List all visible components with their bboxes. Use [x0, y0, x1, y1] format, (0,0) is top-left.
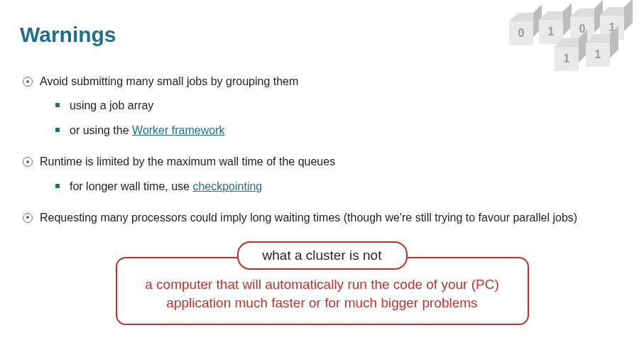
- bullet-list: Avoid submitting many small jobs by grou…: [20, 74, 624, 226]
- list-item-text: Requesting many processors could imply l…: [40, 212, 577, 224]
- sub-list: for longer wall time, use checkpointing: [40, 179, 624, 194]
- list-item: Avoid submitting many small jobs by grou…: [23, 74, 624, 138]
- worker-framework-link[interactable]: Worker framework: [132, 124, 224, 136]
- list-item: Runtime is limited by the maximum wall t…: [23, 154, 624, 194]
- sub-list-item: using a job array: [55, 98, 624, 114]
- callout-label: what a cluster is not: [237, 241, 408, 270]
- callout: what a cluster is not a computer that wi…: [116, 241, 529, 324]
- list-item: Requesting many processors could imply l…: [23, 210, 624, 226]
- slide: 0 1 0 1 1 1 Warnings Avoid submitting ma…: [0, 0, 644, 362]
- sub-item-prefix: for longer wall time, use: [70, 180, 192, 192]
- page-title: Warnings: [20, 23, 624, 47]
- sub-list-item: for longer wall time, use checkpointing: [55, 179, 624, 194]
- list-item-text: Runtime is limited by the maximum wall t…: [40, 155, 335, 168]
- sub-item-prefix: or using the: [70, 124, 132, 136]
- sub-list-item: or using the Worker framework: [55, 123, 624, 138]
- list-item-text: Avoid submitting many small jobs by grou…: [40, 75, 298, 87]
- cube-glyph: 1: [555, 47, 579, 71]
- sub-item-text: using a job array: [70, 99, 153, 111]
- sub-list: using a job array or using the Worker fr…: [40, 98, 624, 138]
- checkpointing-link[interactable]: checkpointing: [192, 180, 262, 192]
